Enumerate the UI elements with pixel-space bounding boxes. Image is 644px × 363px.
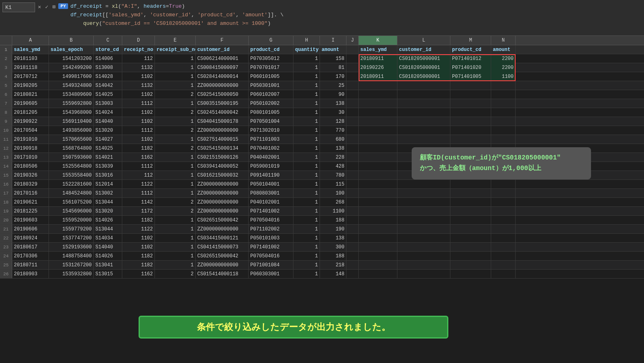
cell-a21[interactable]: 20190606 [12,225,49,234]
cell-a20[interactable]: 20190603 [12,216,49,225]
cell-e21[interactable]: 1 [155,225,196,234]
cell-c22[interactable]: S14034 [94,234,122,243]
cell-m4[interactable]: P071401005 [450,72,491,81]
cell-h2[interactable]: 1 [293,54,320,63]
cell-h8[interactable]: 1 [293,108,320,117]
cell-k13[interactable] [359,153,397,162]
cell-d22[interactable]: 1102 [122,234,155,243]
cell-d12[interactable]: 1182 [122,144,155,153]
cell-l21[interactable] [397,225,450,234]
cell-h6[interactable]: 1 [293,90,320,99]
cell-i20[interactable]: 188 [320,216,346,225]
cell-g23[interactable]: P071401002 [249,243,293,252]
col-header-n[interactable]: N [491,36,516,45]
cell-a8[interactable]: 20181205 [12,108,49,117]
cell-k15[interactable] [359,171,397,180]
cell-m19[interactable] [450,207,491,216]
cell-g11[interactable]: P071101003 [249,135,293,144]
col-header-m[interactable]: M [450,36,491,45]
cell-g13[interactable]: P040402001 [249,153,293,162]
cell-a22[interactable]: 20180924 [12,234,49,243]
cell-l18[interactable] [397,198,450,207]
cell-h16[interactable]: 1 [293,180,320,189]
cell-c3[interactable]: S13008 [94,63,122,72]
cell-d5[interactable]: 1132 [122,81,155,90]
cell-c13[interactable]: S14021 [94,153,122,162]
cell-a25[interactable]: 20180711 [12,261,49,270]
cell-k24[interactable] [359,252,397,261]
col-header-d[interactable]: D [122,36,155,45]
cell-h13[interactable]: 1 [293,153,320,162]
cell-f15[interactable]: CS016215000032 [196,171,249,180]
cell-c6[interactable]: S14025 [94,90,122,99]
cell-e11[interactable]: 1 [155,135,196,144]
cell-k8[interactable] [359,108,397,117]
cell-f22[interactable]: CS034415000121 [196,234,249,243]
cell-l11[interactable] [397,135,450,144]
cell-h17[interactable]: 1 [293,189,320,198]
cell-f24[interactable]: CS026515000042 [196,252,249,261]
cell-k14[interactable] [359,162,397,171]
cell-e16[interactable]: 1 [155,180,196,189]
cell-g7[interactable]: P050102002 [249,99,293,108]
cell-c2[interactable]: S14006 [94,54,122,63]
cell-b14[interactable]: 1525564800 [49,162,94,171]
cell-b18[interactable]: 1561075200 [49,198,94,207]
cell-g4[interactable]: P060101005 [249,72,293,81]
cell-b21[interactable]: 1559779200 [49,225,94,234]
cell-d19[interactable]: 1172 [122,207,155,216]
cell-e9[interactable]: 1 [155,117,196,126]
cell-j25[interactable] [346,261,359,270]
cell-j7[interactable] [346,99,359,108]
cell-d13[interactable]: 1162 [122,153,155,162]
col-header-c[interactable]: C [94,36,122,45]
cell-i7[interactable]: 138 [320,99,346,108]
cell-n9[interactable] [491,117,516,126]
cell-g14[interactable]: P059001019 [249,162,293,171]
cell-e5[interactable]: 1 [155,81,196,90]
cell-b3[interactable]: 1542499200 [49,63,94,72]
cell-i6[interactable]: 90 [320,90,346,99]
cell-j11[interactable] [346,135,359,144]
cell-k3[interactable]: 20190226 [359,63,397,72]
cell-j18[interactable] [346,198,359,207]
cell-k17[interactable] [359,189,397,198]
cell-i13[interactable]: 228 [320,153,346,162]
col-header-l[interactable]: L [397,36,450,45]
cell-i22[interactable]: 138 [320,234,346,243]
cell-l16[interactable] [397,180,450,189]
cell-d7[interactable]: 1112 [122,99,155,108]
cell-a14[interactable]: 20180506 [12,162,49,171]
cell-a15[interactable]: 20190326 [12,171,49,180]
cell-d25[interactable]: 1182 [122,261,155,270]
cell-d6[interactable]: 1102 [122,90,155,99]
cell-j16[interactable] [346,180,359,189]
cell-g25[interactable]: P071001084 [249,261,293,270]
cell-j5[interactable] [346,81,359,90]
cell-f14[interactable]: CS039414000052 [196,162,249,171]
cell-h23[interactable]: 1 [293,243,320,252]
cell-n25[interactable] [491,261,516,270]
cell-i11[interactable]: 680 [320,135,346,144]
col-header-i[interactable]: I [320,36,346,45]
cell-b1[interactable]: sales_epoch [49,45,94,54]
cell-m7[interactable] [450,99,491,108]
cell-f23[interactable]: CS041415000073 [196,243,249,252]
cell-m10[interactable] [450,126,491,135]
cell-i14[interactable]: 428 [320,162,346,171]
cell-l17[interactable] [397,189,450,198]
cell-m21[interactable] [450,225,491,234]
cell-e15[interactable]: 1 [155,171,196,180]
cell-m20[interactable] [450,216,491,225]
cell-b2[interactable]: 1541203200 [49,54,94,63]
cell-l25[interactable] [397,261,450,270]
cell-e22[interactable]: 1 [155,234,196,243]
col-header-e[interactable]: E [155,36,196,45]
cell-l19[interactable] [397,207,450,216]
cell-b19[interactable]: 1545696000 [49,207,94,216]
cell-f21[interactable]: ZZ000000000000 [196,225,249,234]
cell-i12[interactable]: 138 [320,144,346,153]
cell-a24[interactable]: 20170306 [12,252,49,261]
cell-k1[interactable]: sales_ymd [359,45,397,54]
cell-i5[interactable]: 25 [320,81,346,90]
